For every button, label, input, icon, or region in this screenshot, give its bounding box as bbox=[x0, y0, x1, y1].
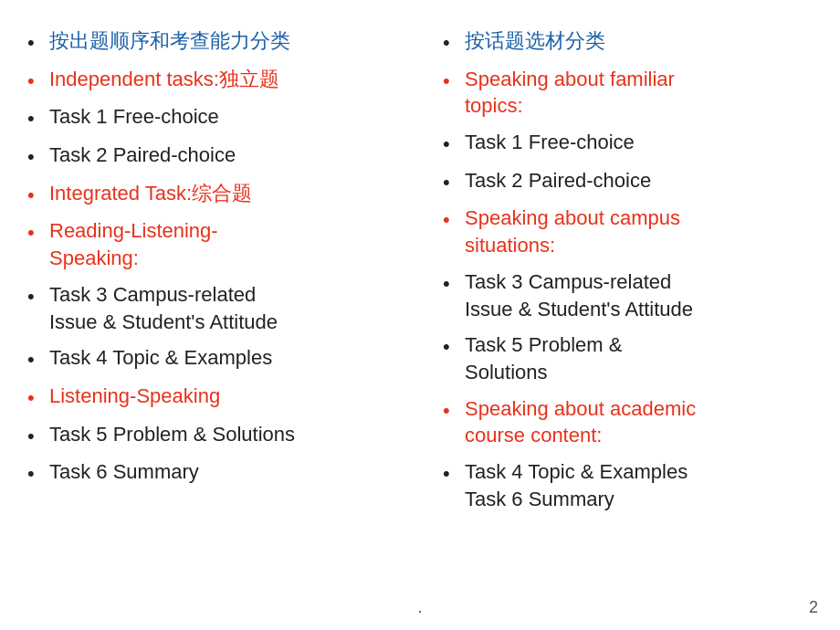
item-text: Task 2 Paired-choice bbox=[465, 167, 651, 194]
list-item: • Task 3 Campus-relatedIssue & Student's… bbox=[443, 268, 813, 322]
list-item: • 按出题顺序和考查能力分类 bbox=[27, 27, 397, 57]
left-column: • 按出题顺序和考查能力分类 • Independent tasks:独立题 •… bbox=[18, 27, 415, 603]
right-list: • 按话题选材分类 • Speaking about familiartopic… bbox=[443, 27, 813, 512]
list-item: • Task 4 Topic & ExamplesTask 6 Summary bbox=[443, 458, 813, 512]
item-text: Independent tasks:独立题 bbox=[49, 66, 279, 93]
item-text: Task 1 Free-choice bbox=[465, 129, 635, 156]
bullet-icon: • bbox=[27, 29, 44, 57]
list-item: • Speaking about campussituations: bbox=[443, 205, 813, 258]
item-text: Task 5 Problem &Solutions bbox=[465, 331, 622, 385]
bullet-icon: • bbox=[27, 283, 44, 310]
bullet-icon: • bbox=[443, 68, 459, 95]
bullet-icon: • bbox=[27, 182, 44, 209]
bullet-icon: • bbox=[27, 68, 44, 95]
item-text: Task 5 Problem & Solutions bbox=[49, 421, 295, 448]
slide-container: • 按出题顺序和考查能力分类 • Independent tasks:独立题 •… bbox=[0, 0, 840, 630]
bullet-icon: • bbox=[443, 206, 459, 234]
item-text: Task 4 Topic & ExamplesTask 6 Summary bbox=[465, 458, 688, 512]
bullet-icon: • bbox=[27, 346, 44, 373]
item-text: 按出题顺序和考查能力分类 bbox=[49, 27, 290, 55]
list-item: • Integrated Task:综合题 bbox=[27, 180, 397, 209]
list-item: • Speaking about academiccourse content: bbox=[443, 395, 813, 449]
item-text: Speaking about academiccourse content: bbox=[465, 395, 696, 449]
bullet-icon: • bbox=[443, 460, 459, 488]
list-item: • 按话题选材分类 bbox=[443, 27, 813, 57]
list-item: • Task 5 Problem &Solutions bbox=[443, 331, 813, 385]
list-item: • Task 1 Free-choice bbox=[443, 129, 813, 158]
item-text: Task 4 Topic & Examples bbox=[49, 344, 272, 372]
dot-divider: . bbox=[417, 598, 422, 617]
item-text: Task 2 Paired-choice bbox=[49, 142, 236, 169]
list-item: • Independent tasks:独立题 bbox=[27, 66, 397, 95]
item-text: Task 6 Summary bbox=[49, 458, 199, 486]
list-item: • Listening-Speaking bbox=[27, 383, 397, 412]
bullet-icon: • bbox=[443, 270, 459, 298]
left-list: • 按出题顺序和考查能力分类 • Independent tasks:独立题 •… bbox=[27, 27, 397, 488]
list-item: • Task 2 Paired-choice bbox=[443, 167, 813, 196]
list-item: • Task 1 Free-choice bbox=[27, 103, 397, 132]
item-text: 按话题选材分类 bbox=[465, 27, 605, 55]
bullet-icon: • bbox=[27, 423, 44, 450]
list-item: • Reading-Listening-Speaking: bbox=[27, 217, 397, 271]
item-text: Task 3 Campus-relatedIssue & Student's A… bbox=[49, 281, 278, 335]
list-item: • Speaking about familiartopics: bbox=[443, 66, 813, 120]
bullet-icon: • bbox=[443, 169, 459, 196]
item-text: Listening-Speaking bbox=[49, 383, 220, 410]
bullet-icon: • bbox=[27, 219, 44, 247]
list-item: • Task 4 Topic & Examples bbox=[27, 344, 397, 373]
list-item: • Task 5 Problem & Solutions bbox=[27, 421, 397, 450]
bullet-icon: • bbox=[443, 29, 459, 57]
item-text: Reading-Listening-Speaking: bbox=[49, 217, 218, 271]
bullet-icon: • bbox=[27, 105, 44, 132]
item-text: Task 3 Campus-relatedIssue & Student's A… bbox=[465, 268, 693, 322]
page-number: 2 bbox=[809, 598, 818, 617]
item-text: Speaking about familiartopics: bbox=[465, 66, 675, 120]
list-item: • Task 2 Paired-choice bbox=[27, 142, 397, 171]
item-text: Speaking about campussituations: bbox=[465, 205, 680, 258]
list-item: • Task 3 Campus-relatedIssue & Student's… bbox=[27, 281, 397, 335]
right-column: • 按话题选材分类 • Speaking about familiartopic… bbox=[415, 27, 822, 603]
bullet-icon: • bbox=[443, 333, 459, 361]
bullet-icon: • bbox=[443, 131, 459, 158]
bullet-icon: • bbox=[27, 460, 44, 488]
item-text: Integrated Task:综合题 bbox=[49, 180, 252, 207]
bullet-icon: • bbox=[443, 397, 459, 425]
item-text: Task 1 Free-choice bbox=[49, 103, 219, 131]
bullet-icon: • bbox=[27, 143, 44, 171]
list-item: • Task 6 Summary bbox=[27, 458, 397, 488]
bullet-icon: • bbox=[27, 384, 44, 412]
